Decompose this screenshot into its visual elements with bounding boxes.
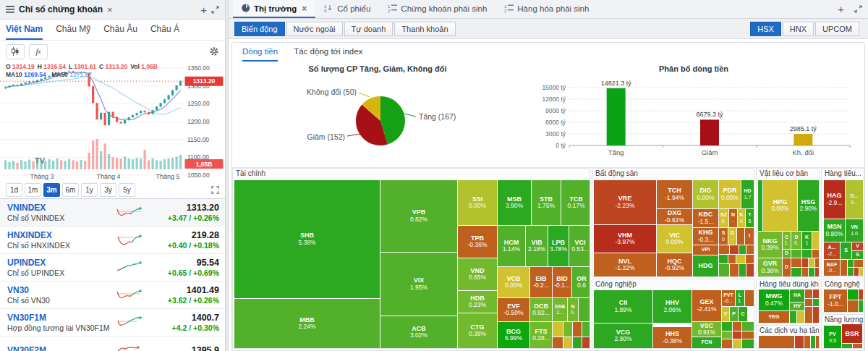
treemap-cell-n[interactable]: N0. <box>568 298 578 321</box>
expand-panel-icon[interactable] <box>211 6 219 14</box>
treemap-cell-tcb[interactable]: TCB0.17% <box>561 180 590 225</box>
treemap-cell-s[interactable]: S0 <box>719 228 728 245</box>
treemap-cell-pdr[interactable]: PDR0.00% <box>719 180 741 208</box>
tab-cổ-phiếu[interactable]: 19Cổ phiếu <box>315 0 379 18</box>
treemap-cell[interactable] <box>746 245 754 254</box>
treemap-cell-d[interactable]: D...0... <box>846 180 863 219</box>
treemap-cell-stb[interactable]: STB1.75% <box>532 180 561 225</box>
treemap-cell-vic[interactable]: VIC0.00% <box>657 225 692 253</box>
treemap-cell[interactable] <box>746 255 754 263</box>
treemap-cell[interactable] <box>802 258 808 267</box>
exchange-button-hnx[interactable]: HNX <box>783 22 814 36</box>
treemap-cell-hhv[interactable]: HHV2.06% <box>653 290 692 323</box>
filter-button-nước-ngoài[interactable]: Nước ngoài <box>286 22 343 36</box>
treemap-cell-lpb[interactable]: LPB3.78% <box>548 226 569 266</box>
treemap-cell[interactable] <box>813 307 819 323</box>
treemap-cell[interactable] <box>563 322 572 337</box>
fullscreen-chart-icon[interactable] <box>211 186 219 194</box>
treemap-cell[interactable] <box>815 268 819 276</box>
treemap-cell-vnd[interactable]: VND0.65% <box>458 258 497 290</box>
treemap-cell[interactable] <box>742 322 754 331</box>
treemap-cell[interactable] <box>791 250 801 258</box>
treemap-cell-kbc[interactable]: KBC-1.5... <box>693 209 718 227</box>
region-tab-châu-mỹ[interactable]: Châu Mỹ <box>56 20 90 40</box>
treemap-cell-l[interactable]: L1. <box>736 290 744 306</box>
treemap-cell-bid[interactable]: BID-0.1... <box>553 267 571 297</box>
treemap-cell-n[interactable]: N- <box>729 209 737 227</box>
treemap-cell-mbb[interactable]: MBB2.24% <box>234 299 380 348</box>
treemap-cell[interactable] <box>791 268 801 276</box>
treemap-cell-k[interactable]: K1 <box>802 232 812 249</box>
treemap-cell[interactable] <box>722 322 732 331</box>
treemap-cell[interactable] <box>802 250 812 258</box>
treemap-cell-vn[interactable]: VN1.0 <box>846 219 863 242</box>
add-panel-icon[interactable]: + <box>200 4 207 15</box>
treemap-cell-hdb[interactable]: HDB0.23% <box>458 291 497 313</box>
treemap-cell[interactable] <box>719 255 728 263</box>
treemap-cell-d[interactable]: D <box>783 250 791 258</box>
treemap-cell-pv[interactable]: PV0.5 <box>824 326 841 349</box>
treemap-cell[interactable] <box>582 337 590 348</box>
region-tab-châu-âu[interactable]: Châu Âu <box>103 20 137 40</box>
region-tab-việt-nam[interactable]: Việt Nam <box>6 20 43 40</box>
treemap-cell[interactable] <box>730 245 739 254</box>
treemap-cell-pvt[interactable]: PVT-0... <box>722 290 735 306</box>
tab-chứng-khoán-phái-sinh[interactable]: 12Chứng khoán phái sinh <box>379 0 495 18</box>
treemap-cell-msb[interactable]: MSB3.90% <box>498 180 531 225</box>
treemap-cell-s[interactable]: S <box>852 251 863 259</box>
range-button-6m[interactable]: 6m <box>62 183 79 197</box>
treemap-cell-a[interactable]: A...-2... <box>824 242 840 259</box>
treemap-cell-i[interactable]: I <box>745 228 754 245</box>
treemap-cell[interactable] <box>733 331 741 339</box>
treemap-cell[interactable] <box>742 331 754 339</box>
treemap-cell[interactable] <box>579 298 590 321</box>
close-tab-icon[interactable]: × <box>302 4 307 14</box>
treemap-cell[interactable] <box>804 336 810 349</box>
treemap-cell[interactable] <box>841 260 847 276</box>
treemap-cell[interactable] <box>859 300 863 312</box>
treemap-cell[interactable] <box>812 250 819 258</box>
treemap-cell-vcg[interactable]: VCG2.80% <box>594 323 652 348</box>
treemap-cell-mwg[interactable]: MWG0.47% <box>759 289 789 310</box>
treemap-cell-gex[interactable]: GEX-2.41% <box>692 290 721 321</box>
tab-hàng-hóa-phái-sinh[interactable]: 12Hàng hóa phái sinh <box>495 0 597 18</box>
index-row-upindex[interactable]: UPINDEXChỉ số UPINDEX95.54+0.65 / +0.69% <box>0 254 225 282</box>
treemap-cell[interactable] <box>553 322 563 337</box>
treemap-cell-fpt[interactable]: FPT-1.0... <box>824 289 847 312</box>
treemap-cell-bsr[interactable]: BSR <box>842 324 862 343</box>
treemap-cell-eib[interactable]: EIB-0.2... <box>530 267 552 297</box>
treemap-cell-vpi[interactable]: VPI <box>693 245 718 255</box>
candlestick-style-button[interactable] <box>6 44 25 59</box>
treemap-cell-hdg[interactable]: HDG <box>693 255 718 276</box>
index-row-vn30[interactable]: VN30Chỉ số VN301401.49+3.62 / +0.26% <box>0 282 225 309</box>
treemap-cell[interactable] <box>805 307 812 323</box>
treemap-cell[interactable] <box>722 339 732 348</box>
treemap-cell[interactable] <box>733 339 741 348</box>
filter-button-tự-doanh[interactable]: Tự doanh <box>344 22 393 36</box>
treemap-cell[interactable] <box>809 258 814 267</box>
tab-thị-trường[interactable]: Thị trường× <box>233 0 315 18</box>
treemap-cell[interactable] <box>854 268 859 276</box>
treemap-cell-c[interactable]: C <box>739 307 747 321</box>
index-row-vn30f1m[interactable]: VN30F1MHợp đồng tương lai VN30F1M1400.7+… <box>0 309 225 337</box>
treemap-cell-vhm[interactable]: VHM-3.97% <box>594 225 656 253</box>
treemap-cell[interactable] <box>848 289 858 300</box>
expand-market-panel-icon[interactable] <box>848 0 868 18</box>
treemap-cell-vpb[interactable]: VPB0.82% <box>380 180 457 252</box>
treemap-cell-k[interactable]: K0 <box>738 209 745 227</box>
treemap-cell-hqc[interactable]: HQC-0.92% <box>657 253 692 276</box>
treemap-cell[interactable] <box>759 336 794 349</box>
treemap-cell[interactable] <box>719 264 729 276</box>
treemap-cell[interactable] <box>563 337 572 348</box>
treemap-cell[interactable] <box>848 300 858 312</box>
treemap-cell[interactable] <box>728 255 736 263</box>
treemap-cell-d[interactable]: D <box>783 258 791 276</box>
treemap-cell[interactable] <box>859 289 863 300</box>
range-button-1d[interactable]: 1d <box>6 183 22 197</box>
treemap-cell[interactable] <box>848 260 854 267</box>
menu-icon[interactable] <box>6 6 14 13</box>
treemap-cell[interactable] <box>573 337 582 348</box>
treemap-cell[interactable] <box>848 268 854 276</box>
treemap-cell[interactable] <box>730 264 739 276</box>
treemap-cell[interactable] <box>742 339 754 348</box>
